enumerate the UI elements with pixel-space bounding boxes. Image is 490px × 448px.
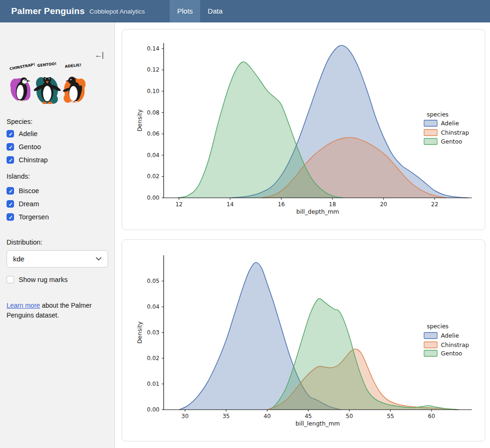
legend-patch-Gentoo [424, 138, 437, 145]
legend-title: species [427, 323, 449, 330]
tab-data[interactable]: Data [200, 0, 230, 22]
x-tick-label: 45 [305, 413, 312, 419]
x-tick-label: 14 [227, 201, 234, 208]
checkbox-icon [7, 130, 14, 137]
gentoo-penguin-illustration [33, 75, 62, 105]
x-tick-label: 20 [380, 201, 387, 208]
app-window: Palmer Penguins Cobblepot Analytics Plot… [0, 0, 490, 448]
about-text: Learn more about the Palmer Penguins dat… [7, 301, 106, 320]
y-tick-label: 0.10 [147, 88, 159, 94]
checkbox-label: Chinstrap [19, 156, 48, 164]
legend-label-Adelie: Adelie [441, 120, 459, 127]
y-tick-label: 0.14 [147, 45, 159, 52]
artwork-label-adelie: ADÉLIE! [65, 62, 81, 69]
kde-chart-bill-depth: 1214161820220.000.020.040.060.080.100.12… [122, 29, 485, 230]
species-section-label: Species: [7, 118, 33, 125]
x-tick-label: 40 [264, 413, 271, 419]
checkbox-label: Adelie [19, 130, 37, 137]
x-tick-label: 50 [346, 413, 353, 419]
x-tick-label: 18 [329, 201, 336, 208]
y-tick-label: 0.01 [147, 381, 159, 387]
distribution-label: Distribution: [7, 238, 43, 246]
legend-label-Adelie: Adelie [441, 332, 459, 339]
y-axis-label: Density [136, 321, 143, 344]
tab-plots[interactable]: Plots [170, 0, 200, 22]
legend-patch-Chinstrap [424, 342, 437, 348]
app-title: Palmer Penguins [11, 6, 85, 16]
checkbox-species-adelie[interactable]: Adelie [7, 130, 37, 137]
checkbox-island-dream[interactable]: Dream [7, 200, 39, 208]
checkbox-species-chinstrap[interactable]: Chinstrap [7, 156, 48, 164]
x-tick-label: 35 [223, 413, 230, 419]
legend-patch-Adelie [424, 332, 437, 339]
plot-card-bill-length: 303540455055600.000.010.020.030.040.05bi… [122, 239, 485, 441]
distribution-select[interactable]: kde [7, 250, 108, 267]
checkbox-label: Torgersen [19, 213, 49, 221]
checkbox-icon [7, 143, 14, 151]
checkbox-icon [7, 187, 14, 195]
learn-more-link[interactable]: Learn more [7, 302, 40, 309]
checkbox-label: Show rug marks [19, 276, 68, 283]
adelie-penguin-illustration [62, 76, 86, 104]
legend-patch-Gentoo [424, 350, 437, 356]
nav-tabs: Plots Data [170, 0, 230, 22]
checkbox-show-rug-marks[interactable]: Show rug marks [7, 276, 68, 283]
x-tick-label: 55 [387, 413, 394, 419]
x-tick-label: 22 [431, 201, 438, 208]
y-tick-label: 0.02 [147, 173, 159, 180]
checkbox-icon [7, 213, 14, 221]
y-tick-label: 0.00 [147, 406, 159, 413]
legend-patch-Chinstrap [424, 130, 437, 136]
chevron-down-icon [95, 257, 102, 261]
y-tick-label: 0.04 [147, 303, 159, 310]
y-axis-label: Density [136, 109, 143, 131]
x-tick-label: 60 [428, 413, 435, 419]
y-tick-label: 0.04 [147, 152, 159, 159]
legend-title: species [427, 111, 449, 118]
legend-label-Chinstrap: Chinstrap [441, 341, 469, 348]
checkbox-icon [7, 276, 14, 283]
x-tick-label: 30 [181, 413, 188, 419]
legend-label-Chinstrap: Chinstrap [441, 129, 469, 136]
legend-label-Gentoo: Gentoo [441, 138, 462, 145]
legend-label-Gentoo: Gentoo [441, 350, 462, 357]
app-subtitle: Cobblepot Analytics [89, 8, 145, 15]
x-axis-label: bill_length_mm [295, 420, 340, 427]
chinstrap-penguin-illustration [8, 76, 32, 103]
artwork-label-chinstrap: CHINSTRAP! [9, 62, 36, 71]
checkbox-island-biscoe[interactable]: Biscoe [7, 187, 39, 195]
checkbox-icon [7, 156, 14, 164]
x-tick-label: 12 [175, 201, 182, 208]
x-axis-label: bill_depth_mm [296, 208, 339, 215]
checkbox-species-gentoo[interactable]: Gentoo [7, 143, 41, 151]
checkbox-label: Gentoo [19, 143, 41, 151]
checkbox-label: Dream [19, 200, 39, 208]
islands-section-label: Islands: [7, 173, 30, 180]
checkbox-label: Biscoe [19, 187, 39, 195]
y-tick-label: 0.12 [147, 66, 159, 73]
sidebar-collapse-icon[interactable]: ←| [95, 51, 103, 60]
y-tick-label: 0.08 [147, 109, 159, 116]
y-tick-label: 0.02 [147, 355, 159, 361]
artwork-label-gentoo: GENTOO! [37, 62, 57, 68]
plot-card-bill-depth: 1214161820220.000.020.040.060.080.100.12… [122, 29, 485, 230]
sidebar: ←| [0, 22, 115, 448]
y-tick-label: 0.05 [147, 278, 159, 284]
checkbox-icon [7, 200, 14, 208]
legend-patch-Adelie [424, 120, 437, 126]
distribution-select-value: kde [13, 255, 95, 263]
kde-chart-bill-length: 303540455055600.000.010.020.030.040.05bi… [122, 240, 485, 441]
navbar: Palmer Penguins Cobblepot Analytics Plot… [0, 0, 490, 22]
y-tick-label: 0.06 [147, 130, 159, 137]
y-tick-label: 0.03 [147, 329, 159, 336]
penguins-artwork: CHINSTRAP! GENTOO! ADÉLIE! [6, 62, 89, 108]
x-tick-label: 16 [278, 201, 285, 208]
y-tick-label: 0.00 [147, 195, 159, 201]
checkbox-island-torgersen[interactable]: Torgersen [7, 213, 49, 221]
